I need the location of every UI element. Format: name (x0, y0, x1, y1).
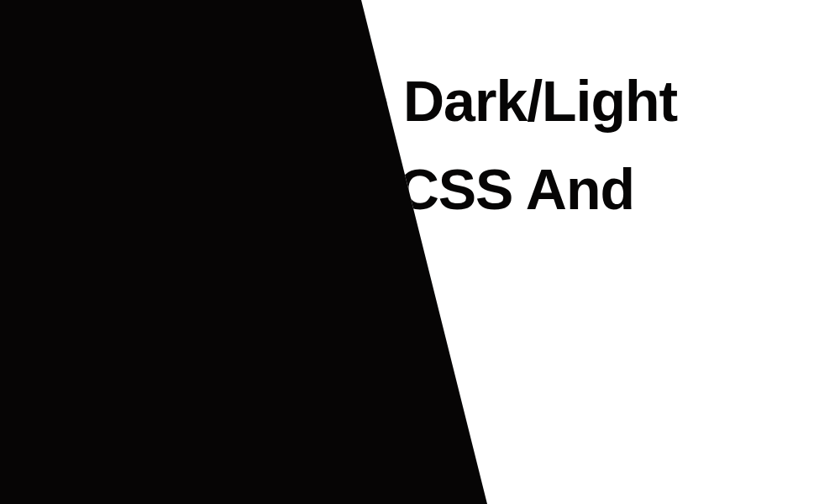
hero-container: How To Use Dark/Light Mode using CSS And… (0, 0, 840, 504)
